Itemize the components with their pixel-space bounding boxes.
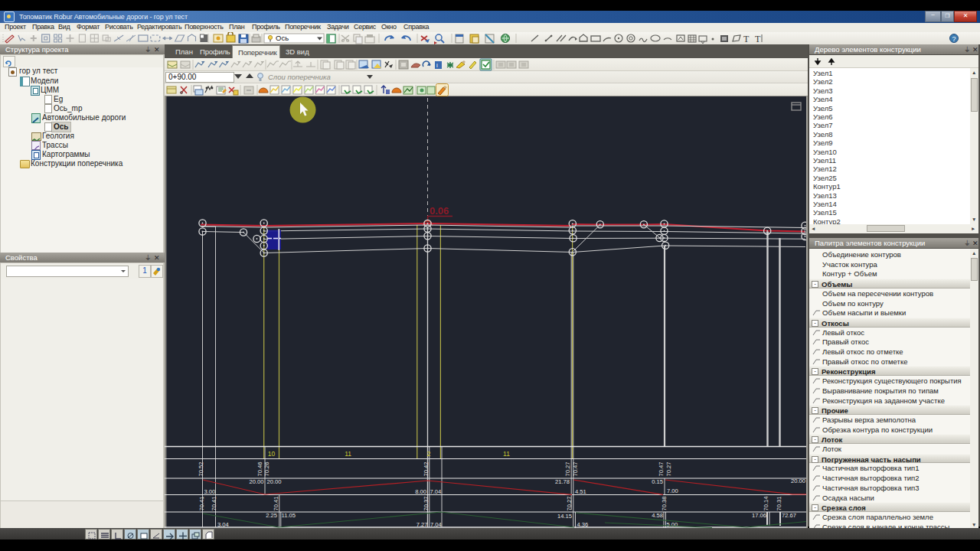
svg-text:7.27: 7.27 <box>416 521 428 528</box>
svg-text:70.42: 70.42 <box>423 461 430 476</box>
svg-text:7.00: 7.00 <box>667 487 678 494</box>
svg-text:5.00: 5.00 <box>667 521 678 528</box>
svg-text:70.41: 70.41 <box>198 496 205 510</box>
svg-text:7.04: 7.04 <box>430 521 442 528</box>
svg-text:20.00: 20.00 <box>267 478 282 485</box>
svg-text:3.04: 3.04 <box>217 521 229 528</box>
svg-text:70.47: 70.47 <box>572 461 579 476</box>
svg-text:20.00: 20.00 <box>791 478 805 484</box>
svg-text:72.67: 72.67 <box>782 512 796 519</box>
svg-text:2.25: 2.25 <box>266 512 277 519</box>
svg-text:8.00: 8.00 <box>415 488 426 495</box>
svg-text:70.38: 70.38 <box>661 496 668 510</box>
svg-text:4.36: 4.36 <box>577 521 589 528</box>
svg-text:0.06: 0.06 <box>430 205 449 217</box>
svg-text:70.52: 70.52 <box>198 461 204 476</box>
svg-text:70.41: 70.41 <box>273 496 279 510</box>
svg-text:?: ? <box>952 35 956 43</box>
svg-text:70.46: 70.46 <box>256 461 263 476</box>
svg-text:70.37: 70.37 <box>423 496 430 510</box>
svg-text:11: 11 <box>503 450 510 458</box>
svg-text:70.47: 70.47 <box>658 461 665 476</box>
svg-text:70.31: 70.31 <box>776 496 782 510</box>
svg-text:0.15: 0.15 <box>652 478 663 485</box>
svg-text:4.58: 4.58 <box>652 512 663 519</box>
svg-text:3.00: 3.00 <box>204 488 216 495</box>
svg-text:70.14: 70.14 <box>763 496 769 510</box>
svg-text:4.51: 4.51 <box>575 488 586 495</box>
svg-text:T: T <box>755 34 761 44</box>
svg-text:11.05: 11.05 <box>282 512 296 519</box>
svg-text:70.27: 70.27 <box>665 461 672 476</box>
svg-text:70.27: 70.27 <box>566 496 573 510</box>
svg-text:2: 2 <box>427 450 431 458</box>
svg-text:11: 11 <box>345 450 351 458</box>
svg-text:21.78: 21.78 <box>555 478 570 485</box>
svg-text:20.00: 20.00 <box>249 478 263 485</box>
svg-text:14.15: 14.15 <box>557 513 572 520</box>
svg-text:T: T <box>743 34 750 44</box>
svg-text:Ось: Ось <box>276 34 289 42</box>
svg-text:7.04: 7.04 <box>430 488 442 495</box>
svg-text:10: 10 <box>268 450 276 458</box>
svg-text:i: i <box>436 62 438 69</box>
svg-text:70.26: 70.26 <box>263 461 270 476</box>
svg-text:70.41: 70.41 <box>211 496 217 510</box>
svg-text:70.27: 70.27 <box>564 461 571 476</box>
svg-text:17.06: 17.06 <box>752 512 766 519</box>
